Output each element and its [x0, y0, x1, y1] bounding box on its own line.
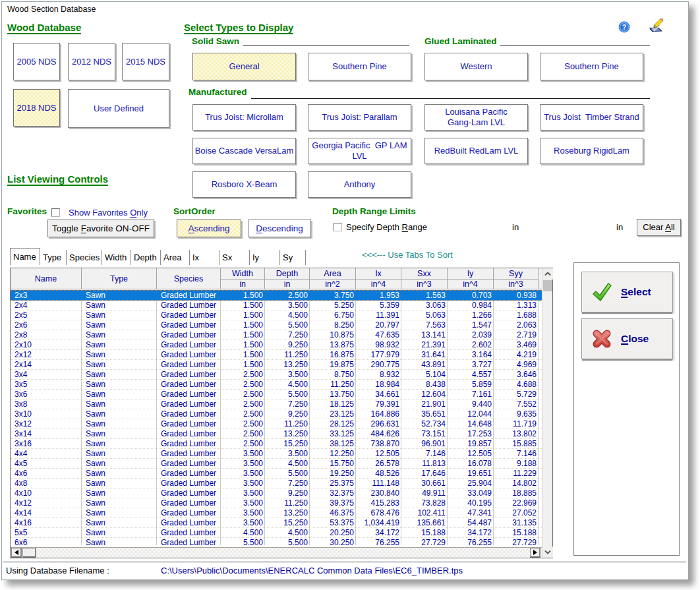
descending-button[interactable]: Descending	[248, 220, 311, 237]
table-row-2x8[interactable]: 2x8SawnGraded Lumber1.5007.25010.87547.6…	[11, 330, 542, 340]
ascending-button[interactable]: Ascending	[177, 220, 241, 237]
tab-depth[interactable]: Depth	[131, 250, 161, 265]
anthony-button[interactable]: Anthony	[308, 171, 411, 198]
glued-southern-pine-button[interactable]: Southern Pine	[540, 53, 643, 80]
scroll-down-button[interactable]	[542, 546, 553, 558]
table-row-2x14[interactable]: 2x14SawnGraded Lumber1.50013.25019.87529…	[11, 360, 542, 370]
cell-sxx: 21.901	[401, 399, 448, 409]
table-row-4x4[interactable]: 4x4SawnGraded Lumber3.5003.50012.25012.5…	[11, 449, 542, 459]
trus-joist-microllam-button[interactable]: Trus Joist: Microllam	[192, 104, 296, 131]
column-header-depth[interactable]: Depthin	[265, 268, 310, 289]
cell-iy: 2.602	[448, 340, 494, 349]
tab-type[interactable]: Type	[40, 250, 67, 265]
column-header-iy[interactable]: Iyin^4	[448, 268, 494, 289]
edit-pen-icon[interactable]	[649, 18, 663, 33]
cell-area: 46.375	[310, 508, 356, 517]
show-favorites-label[interactable]: Show Favorites Only	[69, 208, 148, 218]
nds-2005-button[interactable]: 2005 NDS	[13, 43, 60, 80]
table-body[interactable]: 2x3SawnGraded Lumber1.5002.5003.7501.953…	[11, 290, 542, 545]
select-button[interactable]: Select	[581, 272, 673, 312]
cell-depth: 7.250	[265, 330, 310, 339]
specify-depth-range-label[interactable]: Specify Depth Range	[346, 223, 427, 232]
horizontal-scrollbar[interactable]	[11, 547, 542, 558]
table-row-4x5[interactable]: 4x5SawnGraded Lumber3.5004.50015.75026.5…	[11, 459, 542, 469]
trus-joist-timber-strand-button[interactable]: Trus Joist Timber Strand	[540, 104, 643, 131]
tab-iy[interactable]: Iy	[250, 250, 280, 265]
table-row-3x16[interactable]: 3x16SawnGraded Lumber2.50015.25038.12573…	[11, 439, 542, 449]
tab-area[interactable]: Area	[161, 250, 190, 265]
column-header-area[interactable]: Areain^2	[310, 268, 356, 289]
georgia-pacific-gp-lam-button[interactable]: Georgia Pacific GP LAM LVL	[308, 138, 411, 164]
roseburg-rigidlam-button[interactable]: Roseburg RigidLam	[540, 138, 643, 164]
vertical-scrollbar[interactable]	[542, 268, 552, 558]
table-row-2x4[interactable]: 2x4SawnGraded Lumber1.5003.5005.2505.359…	[11, 301, 542, 310]
column-header-species[interactable]: Species	[157, 268, 221, 289]
table-row-4x10[interactable]: 4x10SawnGraded Lumber3.5009.25032.375230…	[11, 488, 542, 498]
column-header-sxx[interactable]: Sxxin^3	[401, 268, 448, 289]
cell-depth: 9.250	[265, 409, 310, 419]
show-favorites-checkbox[interactable]	[51, 208, 60, 217]
sort-order-label: SortOrder	[173, 207, 216, 216]
scroll-left-button[interactable]	[11, 548, 22, 558]
table-row-4x6[interactable]: 4x6SawnGraded Lumber3.5005.50019.25048.5…	[11, 469, 542, 479]
table-row-5x5[interactable]: 5x5SawnGraded Lumber4.5004.50020.25034.1…	[11, 528, 542, 538]
table-row-3x5[interactable]: 3x5SawnGraded Lumber2.5004.50011.25018.9…	[11, 380, 542, 390]
table-row-6x6[interactable]: 6x6SawnGraded Lumber5.5005.50030.25076.2…	[11, 538, 542, 548]
solid-sawn-southern-pine-button[interactable]: Southern Pine	[308, 53, 411, 80]
solid-sawn-general-button[interactable]: General	[192, 53, 296, 80]
cell-area: 13.750	[310, 390, 356, 399]
cell-sxx: 7.146	[401, 449, 448, 458]
nds-2012-button[interactable]: 2012 NDS	[68, 43, 115, 80]
table-row-3x8[interactable]: 3x8SawnGraded Lumber2.5007.25018.12579.3…	[11, 399, 542, 409]
table-row-4x8[interactable]: 4x8SawnGraded Lumber3.5007.25025.375111.…	[11, 479, 542, 488]
nds-2015-button[interactable]: 2015 NDS	[122, 43, 169, 80]
scroll-up-button[interactable]	[542, 268, 553, 280]
table-row-3x12[interactable]: 3x12SawnGraded Lumber2.50011.25028.12529…	[11, 419, 542, 429]
table-row-2x10[interactable]: 2x10SawnGraded Lumber1.5009.25013.87598.…	[11, 340, 542, 350]
column-header-name[interactable]: Name	[11, 268, 82, 289]
table-row-2x12[interactable]: 2x12SawnGraded Lumber1.50011.25016.87517…	[11, 350, 542, 360]
trus-joist-parallam-button[interactable]: Trus Joist: Parallam	[308, 104, 411, 131]
scroll-right-button[interactable]	[530, 548, 540, 558]
close-button[interactable]: Close	[581, 318, 673, 359]
tab-name[interactable]: Name	[10, 248, 40, 265]
boise-cascade-versalam-button[interactable]: Boise Cascade VersaLam	[192, 138, 296, 164]
redbuilt-redlam-button[interactable]: RedBuilt RedLam LVL	[424, 138, 528, 164]
clear-all-button[interactable]: Clear All	[637, 219, 681, 236]
table-row-2x3[interactable]: 2x3SawnGraded Lumber1.5002.5003.7501.953…	[11, 290, 542, 301]
table-row-3x10[interactable]: 3x10SawnGraded Lumber2.5009.25023.125164…	[11, 409, 542, 419]
table-row-4x12[interactable]: 4x12SawnGraded Lumber3.50011.25039.37541…	[11, 498, 542, 508]
tab-species[interactable]: Species	[67, 250, 102, 265]
glued-western-button[interactable]: Western	[424, 53, 528, 80]
cell-sxx: 1.563	[401, 291, 448, 300]
table-row-2x5[interactable]: 2x5SawnGraded Lumber1.5004.5006.75011.39…	[11, 310, 542, 320]
cell-iy: 1.266	[448, 310, 494, 320]
column-header-width[interactable]: Widthin	[221, 268, 265, 289]
cell-width: 2.500	[221, 370, 265, 379]
nds-2018-button[interactable]: 2018 NDS	[13, 89, 60, 127]
table-row-4x14[interactable]: 4x14SawnGraded Lumber3.50013.25046.37567…	[11, 508, 542, 518]
vertical-scroll-thumb[interactable]	[543, 280, 552, 291]
tab-width[interactable]: Width	[102, 250, 131, 265]
table-row-3x14[interactable]: 3x14SawnGraded Lumber2.50013.25033.12548…	[11, 429, 542, 439]
rosboro-x-beam-button[interactable]: Rosboro X-Beam	[192, 171, 296, 198]
list-viewing-controls-heading: List Viewing Controls	[7, 174, 108, 186]
horizontal-scroll-thumb[interactable]	[22, 548, 36, 558]
toggle-favorite-button[interactable]: Toggle Favorite ON-OFF	[47, 220, 154, 237]
triangle-left-icon	[15, 550, 18, 555]
table-row-2x6[interactable]: 2x6SawnGraded Lumber1.5005.5008.25020.79…	[11, 320, 542, 330]
cell-ix: 48.526	[356, 469, 401, 478]
tab-sy[interactable]: Sy	[280, 250, 306, 265]
table-row-3x4[interactable]: 3x4SawnGraded Lumber2.5003.5008.7508.932…	[11, 370, 542, 380]
column-header-syy[interactable]: Syyin^3	[494, 268, 539, 289]
user-defined-button[interactable]: User Defined	[68, 89, 169, 128]
tab-sx[interactable]: Sx	[219, 250, 250, 265]
table-row-4x16[interactable]: 4x16SawnGraded Lumber3.50015.25053.3751,…	[11, 518, 542, 528]
column-header-type[interactable]: Type	[82, 268, 157, 289]
tab-ix[interactable]: Ix	[190, 250, 219, 265]
column-header-ix[interactable]: Ixin^4	[356, 268, 401, 289]
louisana-pacific-gang-lam-button[interactable]: Louisana Pacific Gang-Lam LVL	[424, 104, 528, 131]
help-icon[interactable]: ?	[618, 21, 630, 33]
specify-depth-range-checkbox[interactable]	[334, 223, 342, 231]
table-row-3x6[interactable]: 3x6SawnGraded Lumber2.5005.50013.75034.6…	[11, 390, 542, 399]
